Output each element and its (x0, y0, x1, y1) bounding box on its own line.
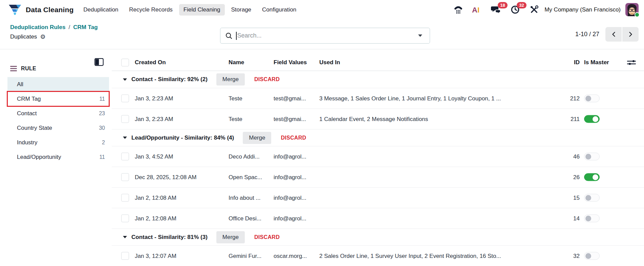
toggle-knob (593, 174, 598, 180)
table-row: Jan 2, 12:08 AMInfo about ...info@agrol.… (112, 187, 644, 208)
control-panel: Deduplication Rules / CRM Tag Duplicates… (0, 19, 644, 49)
group-collapse-caret-icon[interactable] (123, 78, 127, 81)
main-menu: DeduplicationRecycle RecordsField Cleani… (79, 4, 301, 16)
discard-link[interactable]: DISCARD (281, 135, 306, 141)
column-header-used-in[interactable]: Used In (319, 54, 340, 71)
nav-item-recycle-records[interactable]: Recycle Records (125, 4, 177, 16)
column-header-created-on[interactable]: Created On (135, 54, 166, 71)
activities-badge: 32 (517, 2, 526, 8)
nav-item-configuration[interactable]: Configuration (258, 4, 301, 16)
select-all-checkbox[interactable] (121, 58, 129, 66)
is-master-toggle[interactable] (584, 173, 600, 181)
online-status-dot (635, 12, 640, 17)
sidebar-item-label: CRM Tag (17, 96, 41, 102)
id-cell: 212 (545, 88, 580, 109)
activities-icon[interactable]: 32 (510, 5, 520, 15)
field-values-cell: info@agrol... (274, 188, 306, 208)
svg-text:I: I (477, 6, 479, 14)
sidebar-item-contact[interactable]: Contact23 (7, 106, 109, 121)
sidebar-item-all[interactable]: All (7, 77, 109, 92)
messages-icon[interactable]: 18 (491, 5, 501, 15)
column-header-is-master[interactable]: Is Master (584, 54, 609, 71)
table-row: Jan 3, 12:07 AMGemini Fur...oscar.morg..… (112, 245, 644, 266)
search-dropdown-caret-icon[interactable] (418, 34, 422, 37)
panel-toggle-icon[interactable] (94, 58, 104, 67)
search-bar[interactable]: Search... (220, 28, 430, 44)
row-checkbox[interactable] (121, 215, 129, 222)
field-values-cell: test@gmai... (274, 88, 306, 109)
is-master-toggle[interactable] (584, 252, 600, 260)
id-cell: 14 (545, 208, 580, 229)
row-checkbox[interactable] (121, 173, 129, 181)
is-master-toggle[interactable] (584, 115, 600, 123)
systray: A I 18 32 (453, 5, 539, 15)
text-cursor (236, 32, 237, 40)
view-title-row: Duplicates ⚙ (10, 33, 46, 40)
sidebar-item-label: All (17, 81, 23, 88)
sidebar-item-lead-opportunity[interactable]: Lead/Opportunity11 (7, 150, 109, 164)
company-switcher[interactable]: My Company (San Francisco) (544, 6, 621, 13)
optional-columns-icon[interactable] (626, 59, 637, 66)
sidebar-item-label: Lead/Opportunity (17, 154, 61, 161)
group-collapse-caret-icon[interactable] (123, 236, 127, 238)
page-title: Duplicates (10, 33, 37, 40)
created-on-cell: Jan 2, 12:08 AM (135, 208, 176, 229)
toggle-knob (585, 216, 591, 221)
sidebar-item-industry[interactable]: Industry2 (7, 135, 109, 150)
sidebar: RULE AllCRM Tag11Contact23Country State3… (0, 49, 112, 266)
row-checkbox[interactable] (121, 115, 129, 123)
nav-item-storage[interactable]: Storage (227, 4, 256, 16)
created-on-cell: Jan 3, 12:07 AM (135, 246, 176, 266)
row-checkbox[interactable] (121, 252, 129, 260)
discard-link[interactable]: DISCARD (254, 234, 280, 240)
created-on-cell: Jan 2, 12:08 AM (135, 188, 176, 208)
id-cell: 32 (545, 246, 580, 266)
app-title: Data Cleaning (26, 6, 73, 14)
row-checkbox[interactable] (121, 153, 129, 161)
search-icon (225, 32, 233, 40)
data-cleaning-logo-icon (8, 4, 22, 16)
breadcrumb: Deduplication Rules / CRM Tag (10, 24, 98, 31)
table-row: Jan 3, 4:52 AMDeco Addi...info@agrol...4… (112, 146, 644, 167)
breadcrumb-link-deduplication-rules[interactable]: Deduplication Rules (10, 24, 65, 31)
merge-button[interactable]: Merge (216, 73, 245, 86)
sidebar-item-crm-tag[interactable]: CRM Tag11 (7, 92, 109, 106)
sidebar-item-count: 11 (99, 96, 105, 102)
app-brand[interactable]: Data Cleaning (8, 4, 73, 16)
is-master-toggle[interactable] (584, 215, 600, 222)
group-collapse-caret-icon[interactable] (123, 137, 127, 139)
id-cell: 211 (545, 109, 580, 129)
column-header-name[interactable]: Name (229, 54, 244, 71)
list-view: Created On Name Field Values Used In ID … (112, 49, 644, 266)
nav-item-field-cleaning[interactable]: Field Cleaning (179, 4, 225, 16)
actions-gear-icon[interactable]: ⚙ (40, 34, 45, 40)
toggle-knob (585, 195, 591, 201)
column-header-id[interactable]: ID (545, 54, 580, 71)
merge-button[interactable]: Merge (216, 231, 245, 243)
created-on-cell: Jan 3, 2:23 AM (135, 88, 173, 109)
name-cell: Deco Addi... (229, 146, 260, 167)
rule-list: AllCRM Tag11Contact23Country State30Indu… (0, 77, 112, 164)
group-row: Contact - Similarity: 81% (3)MergeDISCAR… (112, 228, 644, 245)
group-row: Lead/Opportunity - Similarity: 84% (4)Me… (112, 129, 644, 146)
breadcrumb-separator: / (68, 24, 70, 31)
sidebar-item-country-state[interactable]: Country State30 (7, 121, 109, 135)
merge-button[interactable]: Merge (243, 132, 271, 144)
search-input[interactable]: Search... (237, 32, 418, 39)
user-avatar[interactable] (625, 3, 639, 16)
column-header-field-values[interactable]: Field Values (274, 54, 307, 71)
nav-item-deduplication[interactable]: Deduplication (79, 4, 123, 16)
breadcrumb-link-crm-tag[interactable]: CRM Tag (73, 24, 98, 31)
voip-phone-icon[interactable] (453, 5, 463, 15)
is-master-toggle[interactable] (584, 153, 600, 161)
pager-previous-button[interactable] (605, 27, 622, 42)
ai-icon[interactable]: A I (472, 5, 482, 15)
row-checkbox[interactable] (121, 194, 129, 202)
pager-next-button[interactable] (622, 27, 639, 42)
tools-icon[interactable] (529, 5, 539, 15)
row-checkbox[interactable] (121, 95, 129, 102)
is-master-toggle[interactable] (584, 194, 600, 202)
discard-link[interactable]: DISCARD (254, 76, 280, 82)
field-values-cell: oscar.morg... (274, 246, 307, 266)
is-master-toggle[interactable] (584, 95, 600, 102)
